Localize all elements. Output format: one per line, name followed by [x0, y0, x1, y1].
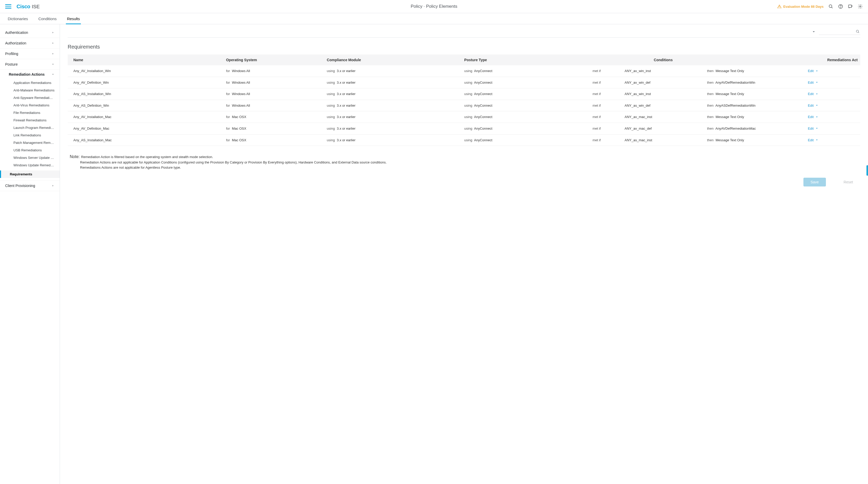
cell-edit[interactable]: Edit	[805, 111, 860, 123]
cell-edit[interactable]: Edit	[805, 88, 860, 100]
scroll-indicator[interactable]	[866, 165, 868, 175]
cell-metif: met if	[590, 77, 622, 88]
edit-link[interactable]: Edit	[808, 69, 858, 73]
breadcrumb: Policy · Policy Elements	[411, 4, 457, 9]
cell-edit[interactable]: Edit	[805, 65, 860, 77]
save-button[interactable]: Save	[803, 178, 826, 187]
cell-compliance: using 3.x or earlier	[324, 111, 462, 123]
cell-remediation: then Message Text Only	[705, 88, 805, 100]
section-title: Requirements	[68, 38, 860, 55]
cell-remediation: then AnyASDefRemediationWin	[705, 100, 805, 111]
sidebar-label-client-provisioning: Client Provisioning	[5, 184, 35, 188]
chevron-down-icon	[815, 127, 818, 130]
table-row: Any_AS_Definition_Win for Windows All us…	[68, 100, 860, 111]
main-layout: Authentication Authorization Profiling P…	[0, 24, 868, 484]
sidebar-leaf-wsus[interactable]: Windows Server Update S...	[0, 154, 60, 161]
tab-results[interactable]: Results	[67, 13, 80, 24]
cell-remediation: then AnyAVDefRemediationMac	[705, 123, 805, 134]
sidebar-leaf-link[interactable]: Link Remediations	[0, 131, 60, 139]
table-row: Any_AV_Definition_Mac for Mac OSX using …	[68, 123, 860, 134]
cell-compliance: using 3.x or earlier	[324, 134, 462, 146]
cell-name: Any_AS_Installation_Win	[68, 88, 223, 100]
chevron-down-icon	[52, 63, 55, 66]
sidebar-item-client-provisioning[interactable]: Client Provisioning	[0, 181, 60, 191]
sidebar-leaf-firewall[interactable]: Firewall Remediations	[0, 117, 60, 124]
cell-posture: using AnyConnect	[462, 65, 590, 77]
sidebar-leaf-patch[interactable]: Patch Management Remed...	[0, 139, 60, 147]
help-icon[interactable]	[838, 4, 843, 9]
edit-link[interactable]: Edit	[808, 138, 858, 142]
cell-condition: ANY_av_win_def	[622, 77, 705, 88]
sidebar-item-authentication[interactable]: Authentication	[0, 27, 60, 38]
sidebar-leaf-usb[interactable]: USB Remediations	[0, 147, 60, 154]
sidebar-item-remediation-actions[interactable]: Remediation Actions	[0, 70, 60, 79]
sidebar-leaf-file[interactable]: File Remediations	[0, 109, 60, 117]
chevron-down-icon	[815, 104, 818, 107]
sidebar-leaf-launch[interactable]: Launch Program Remediati...	[0, 124, 60, 131]
tab-conditions[interactable]: Conditions	[38, 13, 57, 24]
sidebar-leaf-application[interactable]: Application Remediations	[0, 79, 60, 87]
svg-point-0	[829, 5, 832, 7]
sidebar-label-posture: Posture	[5, 62, 18, 66]
svg-point-3	[840, 7, 841, 8]
cell-name: Any_AS_Definition_Win	[68, 100, 223, 111]
cell-name: Any_AV_Installation_Mac	[68, 111, 223, 123]
table-row: Any_AV_Installation_Win for Windows All …	[68, 65, 860, 77]
tab-dictionaries[interactable]: Dictionaries	[8, 13, 28, 24]
chevron-down-icon	[52, 73, 55, 76]
th-remediations: Remediations Act	[705, 55, 860, 65]
gear-icon[interactable]	[858, 4, 863, 9]
cell-posture: using AnyConnect	[462, 100, 590, 111]
menu-hamburger-icon[interactable]	[5, 3, 11, 9]
cell-os: for Windows All	[223, 65, 324, 77]
cell-os: for Windows All	[223, 100, 324, 111]
sidebar-item-authorization[interactable]: Authorization	[0, 38, 60, 49]
note-line2: Remediation Actions are not applicable f…	[70, 160, 387, 165]
chevron-right-icon	[52, 31, 55, 34]
th-blank	[590, 55, 622, 65]
filter-dropdown-icon[interactable]	[812, 30, 816, 34]
footer-buttons: Save Reset	[68, 170, 860, 187]
note-line1: Remediation Action is filtered based on …	[81, 155, 213, 159]
sidebar-item-posture[interactable]: Posture	[0, 59, 60, 70]
edit-link[interactable]: Edit	[808, 92, 858, 96]
edit-link[interactable]: Edit	[808, 127, 858, 130]
warning-icon	[777, 4, 782, 9]
table-header-row: Name Operating System Compliance Module …	[68, 55, 860, 65]
cell-compliance: using 3.x or earlier	[324, 65, 462, 77]
sidebar-item-requirements[interactable]: Requirements	[0, 170, 60, 178]
cell-edit[interactable]: Edit	[805, 134, 860, 146]
cell-edit[interactable]: Edit	[805, 123, 860, 134]
cell-remediation: then Message Text Only	[705, 111, 805, 123]
cell-name: Any_AV_Installation_Win	[68, 65, 223, 77]
sidebar-leaf-antivirus[interactable]: Anti-Virus Remediations	[0, 101, 60, 109]
svg-point-5	[860, 6, 861, 7]
edit-link[interactable]: Edit	[808, 115, 858, 119]
cell-posture: using AnyConnect	[462, 123, 590, 134]
table-row: Any_AS_Installation_Win for Windows All …	[68, 88, 860, 100]
content-search[interactable]	[819, 28, 860, 35]
notes-icon[interactable]	[848, 4, 853, 9]
note-section: Note: Remediation Action is filtered bas…	[68, 146, 860, 170]
evaluation-text: Evaluation Mode 88 Days	[783, 5, 824, 8]
sidebar-leaf-winupdate[interactable]: Windows Update Remedia...	[0, 161, 60, 169]
cell-edit[interactable]: Edit	[805, 100, 860, 111]
edit-link[interactable]: Edit	[808, 80, 858, 85]
search-icon[interactable]	[828, 4, 833, 9]
th-compliance: Compliance Module	[324, 55, 462, 65]
evaluation-notice[interactable]: Evaluation Mode 88 Days	[777, 4, 824, 9]
sidebar-label-profiling: Profiling	[5, 52, 18, 56]
chevron-down-icon	[815, 116, 818, 119]
sidebar-item-profiling[interactable]: Profiling	[0, 49, 60, 59]
table-row: Any_AV_Installation_Mac for Mac OSX usin…	[68, 111, 860, 123]
cell-edit[interactable]: Edit	[805, 77, 860, 88]
sidebar-label-remediation-actions: Remediation Actions	[9, 72, 45, 76]
cell-os: for Mac OSX	[223, 134, 324, 146]
cell-condition: ANY_as_win_inst	[622, 88, 705, 100]
sidebar-leaf-antimalware[interactable]: Anti-Malware Remediations	[0, 87, 60, 94]
edit-link[interactable]: Edit	[808, 103, 858, 107]
sidebar-leaf-antispyware[interactable]: Anti-Spyware Remediations	[0, 94, 60, 101]
cell-metif: met if	[590, 111, 622, 123]
reset-button[interactable]: Reset	[836, 178, 860, 187]
cell-name: Any_AV_Definition_Win	[68, 77, 223, 88]
